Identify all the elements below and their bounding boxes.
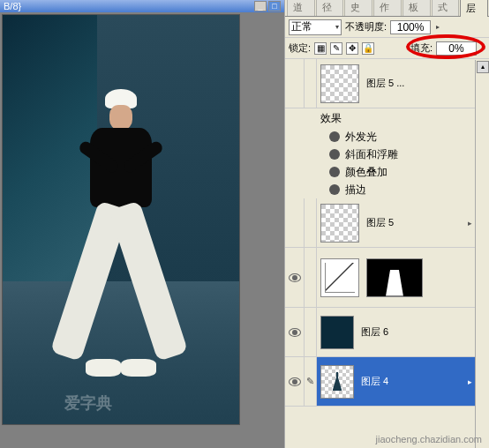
layer-thumbnail[interactable] (320, 316, 354, 349)
layer-row-layer5copy[interactable]: 图层 5 ... ▾ (285, 59, 489, 108)
fill-label: 填充: (410, 41, 433, 55)
tab-channels[interactable]: 通道 (287, 0, 315, 16)
layer-name: 图层 6 (357, 325, 388, 339)
layer-thumbnail[interactable] (320, 64, 359, 103)
image-subject (50, 89, 192, 389)
scroll-up-button[interactable]: ▴ (477, 61, 489, 73)
fx-color-overlay[interactable]: 颜色叠加 (285, 163, 489, 181)
lock-transparency-icon[interactable]: ▦ (314, 42, 327, 55)
blend-mode-value: 正常 (291, 19, 312, 34)
layer-mask-thumbnail[interactable] (366, 258, 423, 297)
tab-paths[interactable]: 路径 (316, 0, 344, 16)
lock-fill-row: 锁定: ▦ ✎ ✥ 🔒 填充: 0% ▸ (285, 38, 489, 59)
visibility-toggle[interactable] (285, 198, 305, 247)
effects-header[interactable]: 效果 (285, 108, 489, 128)
lock-pixels-icon[interactable]: ✎ (330, 42, 342, 55)
layer-thumbnail[interactable] (320, 204, 359, 243)
layer-thumbnail[interactable] (320, 365, 354, 399)
lock-position-icon[interactable]: ✥ (346, 42, 358, 55)
adjustment-thumbnail[interactable] (320, 258, 359, 297)
panels-dock: 通道 路径 历史 动作 色板 样式 图层 正常 ▾ 不透明度: 100% ▸ 锁… (284, 0, 489, 448)
blend-mode-select[interactable]: 正常 ▾ (289, 19, 342, 35)
visibility-toggle[interactable] (285, 59, 305, 108)
panel-tabs: 通道 路径 历史 动作 色板 样式 图层 (285, 0, 489, 17)
visibility-toggle[interactable] (285, 308, 305, 356)
fill-flyout-icon[interactable]: ▸ (482, 44, 485, 52)
layer-name: 图层 5 (363, 216, 394, 229)
fx-icon (329, 149, 340, 160)
brush-icon: ✎ (306, 376, 314, 387)
fx-icon (329, 184, 340, 195)
minimize-button[interactable]: _ (254, 1, 267, 11)
tab-history[interactable]: 历史 (344, 0, 372, 16)
link-toggle[interactable] (305, 308, 317, 356)
layer-row-curves-adjustment[interactable] (285, 248, 489, 308)
visibility-toggle[interactable] (285, 357, 305, 406)
watermark-url: jiaocheng.chazidian.com (376, 434, 482, 444)
link-toggle[interactable] (305, 198, 317, 247)
eye-icon (289, 377, 301, 386)
link-toggle[interactable] (305, 248, 317, 307)
layer-row-layer4-selected[interactable]: ✎ 图层 4 ▸ ◐ (285, 357, 489, 407)
canvas-area: 爱字典 (0, 12, 284, 448)
eye-icon (289, 328, 301, 337)
opacity-input[interactable]: 100% (390, 20, 431, 34)
fx-stroke[interactable]: 描边 (285, 181, 489, 198)
lock-all-icon[interactable]: 🔒 (362, 42, 374, 55)
chevron-down-icon: ▾ (335, 23, 339, 31)
visibility-toggle[interactable] (285, 248, 305, 307)
layer-row-layer6[interactable]: 图层 6 (285, 308, 489, 357)
blend-opacity-row: 正常 ▾ 不透明度: 100% ▸ (285, 17, 489, 38)
layers-list: 图层 5 ... ▾ 效果 外发光 斜面和浮雕 颜色叠加 描边 图层 5 ▸ ◐ (285, 59, 489, 447)
eye-icon (289, 273, 301, 282)
tab-styles[interactable]: 样式 (432, 0, 460, 16)
scrollbar[interactable]: ▴ (475, 60, 489, 448)
opacity-flyout-icon[interactable]: ▸ (436, 23, 440, 31)
window-buttons: _ □ (254, 1, 281, 11)
lock-label: 锁定: (289, 41, 311, 55)
fx-outer-glow[interactable]: 外发光 (285, 128, 489, 146)
fx-bevel[interactable]: 斜面和浮雕 (285, 146, 489, 163)
layer-name: 图层 5 ... (363, 77, 404, 90)
document-canvas[interactable]: 爱字典 (2, 14, 240, 425)
fx-icon (329, 167, 340, 177)
watermark-logo: 爱字典 (64, 392, 112, 414)
tab-swatches[interactable]: 色板 (402, 0, 431, 16)
tab-actions[interactable]: 动作 (373, 0, 402, 16)
fx-icon (329, 131, 340, 142)
document-titlebar: B/8} _ □ (0, 0, 284, 12)
maximize-button[interactable]: □ (268, 1, 281, 11)
link-toggle[interactable] (305, 59, 317, 108)
layer-name: 图层 4 (357, 375, 388, 388)
document-title: B/8} (4, 1, 21, 11)
fill-input[interactable]: 0% (436, 41, 477, 56)
layer-row-layer5[interactable]: 图层 5 ▸ ◐ (285, 198, 489, 248)
tab-layers[interactable]: 图层 (460, 0, 488, 17)
link-toggle[interactable]: ✎ (305, 357, 317, 406)
opacity-label: 不透明度: (345, 20, 387, 34)
